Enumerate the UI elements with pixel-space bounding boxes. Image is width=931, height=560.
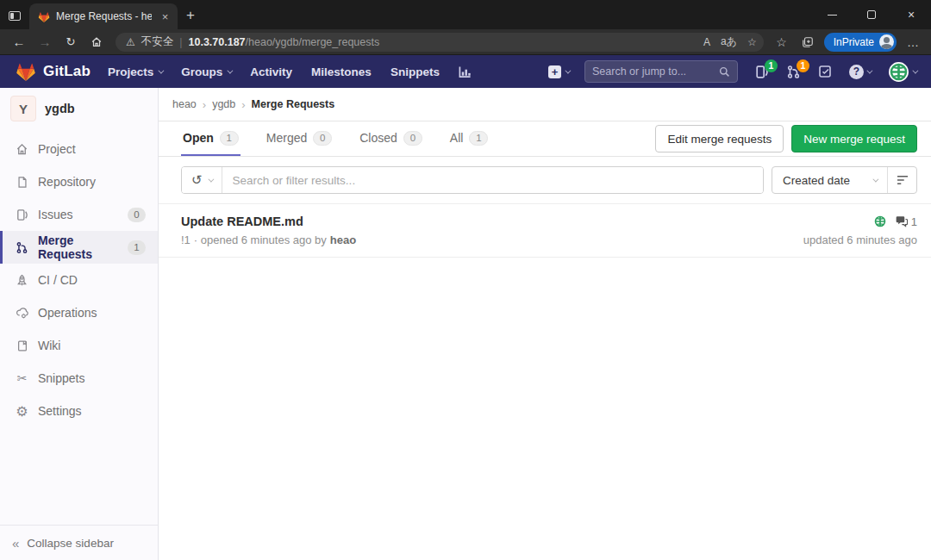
tab-merged[interactable]: Merged 0 [265,121,334,156]
mr-title-link[interactable]: Update README.md [181,215,803,228]
merge-request-row[interactable]: Update README.md !1 · opened 6 minutes a… [159,204,931,258]
forward-icon[interactable]: → [33,34,57,49]
tab-closed-label: Closed [359,131,397,145]
translate-icon[interactable]: aあ [721,34,737,49]
global-search[interactable] [584,60,738,83]
sort-direction-button[interactable] [887,167,916,193]
read-aloud-icon[interactable]: A [703,36,710,48]
nav-activity-label: Activity [250,65,292,78]
sidebar-item-settings[interactable]: ⚙ Settings [0,395,158,427]
charts-icon[interactable] [450,55,480,88]
tab-all-count: 1 [469,131,488,146]
close-button[interactable]: × [891,0,931,29]
sort-controls: Created date [772,166,917,194]
tab-all-label: All [450,131,464,145]
todo-check-icon [818,65,832,78]
sidebar-item-issues[interactable]: Issues 0 [0,198,158,231]
tab-merged-count: 0 [313,131,332,146]
tab-open[interactable]: Open 1 [181,121,241,156]
browser-toolbar: ← → ↻ ⚠ 不安全 | 10.3.70.187/heao/ygdb/merg… [0,29,931,55]
nav-snippets-label: Snippets [391,65,440,78]
nav-projects-label: Projects [108,65,153,78]
global-search-input[interactable] [592,65,714,78]
filtered-search: ↺ [181,166,764,194]
edit-merge-requests-button[interactable]: Edit merge requests [655,125,784,152]
sidebar-item-wiki[interactable]: Wiki [0,329,158,362]
browser-tab[interactable]: Merge Requests - heao / ygdb · GitLab × [29,3,178,29]
project-avatar: Y [10,96,36,121]
sidebar-item-label: Project [38,142,76,156]
sidebar-item-label: Merge Requests [38,233,119,261]
filter-search-input[interactable] [222,167,763,193]
issues-count-badge: 1 [765,59,778,72]
user-menu-button[interactable] [882,59,922,84]
sidebar-item-project[interactable]: Project [0,133,158,165]
url-text[interactable]: 10.3.70.187/heao/ygdb/merge_requests [189,36,697,48]
breadcrumb-current: Merge Requests [252,98,335,110]
sidebar-item-ci-cd[interactable]: CI / CD [0,264,158,296]
sort-dropdown[interactable]: Created date [772,167,887,193]
security-warning-icon[interactable]: ⚠ [126,36,135,48]
tab-open-count: 1 [220,131,239,146]
issues-dashboard-button[interactable]: 1 [748,63,775,81]
mr-comments-count: 1 [911,215,917,228]
help-menu-button[interactable]: ? [843,63,877,81]
tab-closed-count: 0 [403,131,422,146]
assignee-avatar-identicon[interactable] [873,215,887,228]
nav-snippets[interactable]: Snippets [382,55,448,88]
minimize-button[interactable] [812,0,852,29]
tab-all[interactable]: All 1 [448,121,490,156]
nav-groups[interactable]: Groups [172,55,240,88]
workspaces-icon [9,11,21,21]
breadcrumb: heao › ygdb › Merge Requests [159,88,931,121]
gear-icon: ⚙ [15,403,29,420]
address-bar[interactable]: ⚠ 不安全 | 10.3.70.187/heao/ygdb/merge_requ… [116,33,764,52]
home-icon[interactable] [84,36,109,48]
search-history-button[interactable]: ↺ [182,167,222,193]
sidebar-project-link[interactable]: Y ygdb [0,88,158,129]
gitlab-tanuki-icon [16,61,36,82]
new-menu-button[interactable]: + [543,65,574,78]
scissors-icon: ✂ [15,371,29,385]
comments-icon [895,215,908,227]
tab-closed[interactable]: Closed 0 [358,121,424,156]
tab-close-icon[interactable]: × [158,9,172,24]
collapse-sidebar-button[interactable]: « Collapse sidebar [0,525,158,560]
mr-comments-link[interactable]: 1 [895,215,917,228]
back-icon[interactable]: ← [7,34,31,49]
nav-activity[interactable]: Activity [241,55,301,88]
inprivate-badge[interactable]: InPrivate [824,33,897,52]
breadcrumb-separator: › [241,98,245,111]
maximize-button[interactable] [852,0,891,29]
new-tab-button[interactable]: + [178,7,205,29]
chevron-down-icon [866,67,872,73]
mr-author-link[interactable]: heao [330,233,356,246]
breadcrumb-project-link[interactable]: ygdb [212,98,235,110]
sidebar-item-operations[interactable]: Operations [0,296,158,329]
refresh-icon[interactable]: ↻ [59,35,83,48]
favorites-icon[interactable]: ☆ [771,35,793,49]
sidebar-item-repository[interactable]: Repository [0,165,158,198]
new-merge-request-button[interactable]: New merge request [791,125,917,152]
todos-button[interactable] [812,63,838,80]
nav-milestones[interactable]: Milestones [303,55,380,88]
home-icon [15,143,29,156]
browser-titlebar: Merge Requests - heao / ygdb · GitLab × … [0,0,931,29]
collections-icon[interactable] [797,36,819,48]
gitlab-logo[interactable]: GitLab [9,61,97,82]
sidebar-item-snippets[interactable]: ✂ Snippets [0,362,158,395]
merge-requests-dashboard-button[interactable]: 1 [780,63,807,81]
nav-projects[interactable]: Projects [99,55,171,88]
breadcrumb-separator: › [203,98,206,111]
sidebar-item-label: Wiki [38,339,60,352]
sidebar-item-merge-requests[interactable]: Merge Requests 1 [0,231,158,264]
search-icon [719,66,730,78]
tab-open-label: Open [183,131,214,145]
collapse-label: Collapse sidebar [27,537,114,550]
security-warning-label: 不安全 [141,34,174,49]
user-avatar-identicon [888,61,909,83]
workspaces-button[interactable] [0,3,29,28]
breadcrumb-group-link[interactable]: heao [172,98,197,110]
browser-menu-icon[interactable]: … [902,35,924,49]
add-favorite-icon[interactable]: ☆ [747,36,757,48]
